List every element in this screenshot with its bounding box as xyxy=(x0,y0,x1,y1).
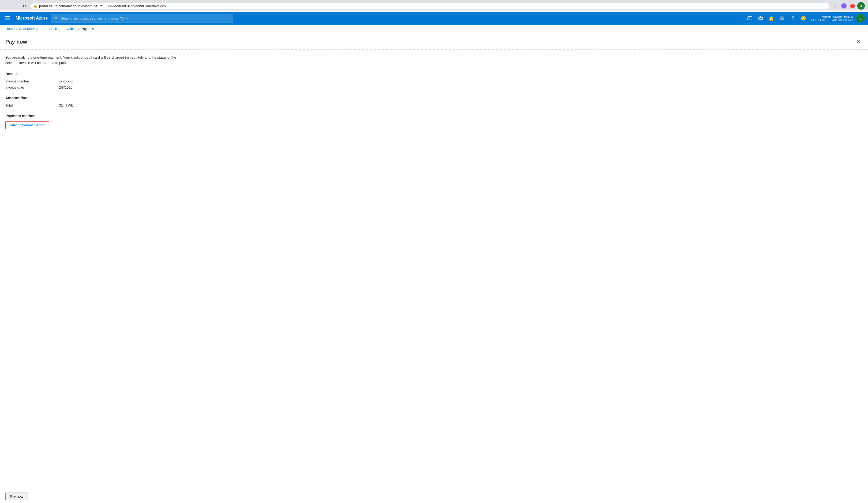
feedback-button[interactable]: 🙂 xyxy=(799,13,808,23)
browser-nav-buttons: ← → ↻ xyxy=(3,2,28,10)
main-content: Home › Cost Management + Billing - Invoi… xyxy=(0,25,868,494)
info-text: You are making a one-time payment. Your … xyxy=(6,55,177,65)
panel-title: Pay now xyxy=(6,39,27,45)
settings-button[interactable]: ⚙️ xyxy=(777,13,787,23)
azure-topnav: Microsoft Azure 🔍 🔔 ⚙️ ? 🙂 billtest456tw… xyxy=(0,12,868,25)
hamburger-line-2 xyxy=(6,18,10,19)
forward-button[interactable]: → xyxy=(12,2,19,10)
breadcrumb-sep-2: › xyxy=(78,27,79,31)
breadcrumb-current: Pay now xyxy=(81,27,94,31)
browser-toolbar: ← → ↻ 🔒 portal.azure.com/#blade/Microsof… xyxy=(3,2,865,10)
profile-icon xyxy=(841,3,847,9)
user-info-text: billtest456tw@outlook.c... DEFAULT DIREC… xyxy=(809,15,855,21)
help-button[interactable]: ? xyxy=(788,13,797,23)
back-button[interactable]: ← xyxy=(3,2,11,10)
extension-button[interactable]: 🔴 xyxy=(849,2,856,10)
azure-logo: Microsoft Azure xyxy=(16,16,48,21)
hamburger-menu-button[interactable] xyxy=(3,14,12,22)
user-directory: DEFAULT DIRECTORY (BILLTEST4... xyxy=(809,19,855,21)
invoice-number-value: xxxxxxxx xyxy=(59,79,862,83)
select-payment-button[interactable]: Select payment method xyxy=(6,121,49,129)
user-info: billtest456tw@outlook.c... DEFAULT DIREC… xyxy=(809,15,855,21)
notifications-button[interactable]: 🔔 xyxy=(766,13,776,23)
browser-actions: ☆ 🔴 J xyxy=(831,2,865,10)
details-grid: Invoice number xxxxxxxx Invoice date 2/8… xyxy=(6,79,862,90)
invoice-date-value: 2/8/2020 xyxy=(59,85,862,90)
svg-rect-2 xyxy=(759,17,763,20)
payment-method-title: Payment method xyxy=(6,114,862,118)
reload-button[interactable]: ↻ xyxy=(20,2,28,10)
svg-rect-0 xyxy=(748,17,752,20)
panel-footer: Pay now xyxy=(0,490,868,494)
close-button[interactable]: ✕ xyxy=(854,38,862,46)
user-avatar-azure[interactable]: J xyxy=(856,14,865,22)
hamburger-line-3 xyxy=(6,20,10,20)
pay-now-button[interactable]: Pay now xyxy=(6,493,28,494)
invoice-number-label: Invoice number xyxy=(6,79,59,83)
directory-button[interactable] xyxy=(756,13,765,23)
search-input[interactable] xyxy=(61,16,230,20)
amount-due-title: Amount due xyxy=(6,96,862,100)
total-value: 314 TWD xyxy=(59,103,862,107)
address-bar[interactable]: 🔒 portal.azure.com/#blade/Microsoft_Azur… xyxy=(30,3,829,9)
profile-extension-button[interactable] xyxy=(840,2,848,10)
breadcrumb: Home › Cost Management + Billing - Invoi… xyxy=(0,25,868,33)
details-section-title: Details xyxy=(6,72,862,76)
svg-point-3 xyxy=(760,16,761,17)
panel-header: Pay now ✕ xyxy=(0,33,868,50)
user-avatar-browser[interactable]: J xyxy=(857,2,865,10)
total-label: Total xyxy=(6,103,59,107)
user-email: billtest456tw@outlook.c... xyxy=(809,15,855,19)
hamburger-line-1 xyxy=(6,16,10,17)
breadcrumb-section[interactable]: Cost Management + Billing - Invoices xyxy=(19,27,76,31)
invoice-date-label: Invoice date xyxy=(6,85,59,90)
amount-grid: Total 314 TWD xyxy=(6,103,862,107)
lock-icon: 🔒 xyxy=(33,4,38,8)
panel-body: You are making a one-time payment. Your … xyxy=(0,50,868,141)
azure-nav-icons: 🔔 ⚙️ ? 🙂 billtest456tw@outlook.c... DEFA… xyxy=(745,13,865,23)
cloud-shell-button[interactable] xyxy=(745,13,755,23)
breadcrumb-home[interactable]: Home xyxy=(6,27,15,31)
azure-search-bar[interactable]: 🔍 xyxy=(51,14,233,22)
bookmark-button[interactable]: ☆ xyxy=(831,2,839,10)
url-text: portal.azure.com/#blade/Microsoft_Azure_… xyxy=(39,4,166,8)
payment-method-section: Payment method Select payment method xyxy=(6,114,862,129)
browser-chrome: ← → ↻ 🔒 portal.azure.com/#blade/Microsof… xyxy=(0,0,868,10)
breadcrumb-sep-1: › xyxy=(16,27,18,31)
amount-due-section: Amount due Total 314 TWD xyxy=(6,96,862,107)
search-icon: 🔍 xyxy=(54,16,59,20)
